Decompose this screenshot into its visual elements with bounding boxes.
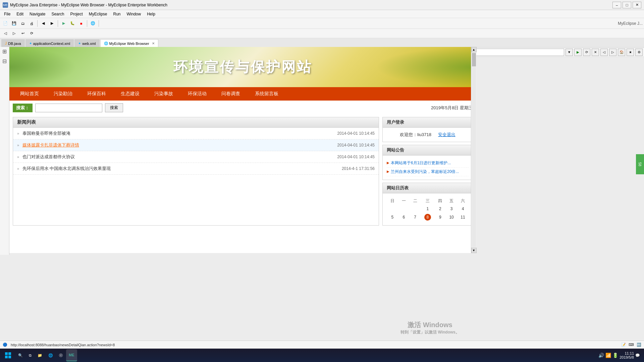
cal-day-empty-1 — [387, 205, 398, 213]
news-title-3[interactable]: 也门对派达成首都停火协议 — [22, 154, 75, 159]
user-login-panel: 用户登录 欢迎您：liu3718 安全退出 — [382, 117, 473, 142]
taskbar-edge[interactable]: 🌐 — [46, 349, 56, 361]
nav-ecology[interactable]: 生态建设 — [113, 87, 147, 101]
print-button[interactable]: 🖨 — [28, 19, 36, 27]
search-button[interactable]: 搜索 — [105, 103, 123, 112]
news-title-4[interactable]: 先环保后用水 中国南水北调东线治污效果显现 — [22, 166, 111, 171]
nav-activity[interactable]: 环保活动 — [180, 87, 214, 101]
browser-home[interactable]: 🏠 — [618, 49, 625, 56]
tab-web-xml[interactable]: ✦ web.xml — [74, 39, 99, 47]
scroll-thumb[interactable] — [472, 53, 476, 66]
new-button[interactable]: 📄 — [1, 19, 9, 27]
cal-day-5[interactable]: 5 — [387, 213, 398, 222]
status-indicator-2: ⌨ — [629, 343, 634, 347]
notification-icon[interactable]: 💬 — [635, 353, 640, 358]
logout-link[interactable]: 安全退出 — [438, 132, 455, 138]
browser-forward[interactable]: ▷ — [609, 49, 616, 56]
cal-day-11[interactable]: 11 — [457, 213, 469, 222]
menu-myeclipse[interactable]: MyEclipse — [86, 11, 110, 17]
menu-search[interactable]: Search — [49, 11, 67, 17]
run-button[interactable]: ▶ — [60, 19, 68, 27]
taskbar-search[interactable]: 🔍 — [15, 349, 25, 361]
cal-day-7[interactable]: 7 — [410, 213, 421, 222]
news-title-2[interactable]: 媒体披露卡扎菲遗体下葬详情 — [22, 142, 79, 147]
ann-link-2[interactable]: 兰州自来水受到污染，苯超标近20倍... — [391, 169, 459, 175]
tab-db-label: DB.java — [8, 42, 21, 46]
stop-button[interactable]: ■ — [77, 19, 85, 27]
cal-day-9[interactable]: 9 — [434, 213, 446, 222]
stop-load-button[interactable]: ✕ — [592, 49, 599, 56]
menu-edit[interactable]: Edit — [14, 11, 26, 17]
browser-back[interactable]: ◁ — [600, 49, 608, 56]
menu-project[interactable]: Project — [67, 11, 85, 17]
nav-pollution[interactable]: 污染勘治 — [46, 87, 80, 101]
news-date-1: 2014-04-01 10:14:45 — [337, 131, 375, 136]
cal-day-1[interactable]: 1 — [421, 205, 435, 213]
menu-navigate[interactable]: Navigate — [27, 11, 48, 17]
left-panel-icon-2[interactable]: ⊟ — [2, 58, 7, 64]
calendar-header-row: 日 一 二 三 四 五 六 — [387, 197, 469, 205]
menu-file[interactable]: File — [1, 11, 13, 17]
tab-db-java[interactable]: J DB.java — [1, 39, 25, 47]
news-item-2-left: » 媒体披露卡扎菲遗体下葬详情 — [17, 142, 79, 148]
scroll-down-btn[interactable]: ▼ — [471, 248, 477, 253]
news-title-1[interactable]: 泰国称曼谷即将全部被淹 — [22, 131, 70, 136]
cal-day-4[interactable]: 4 — [457, 205, 469, 213]
taskbar-myeclipse[interactable]: ME — [66, 349, 77, 361]
back-button[interactable]: ◀ — [39, 19, 47, 27]
address-dropdown[interactable]: ▼ — [566, 49, 573, 56]
close-button[interactable]: ✕ — [633, 2, 641, 8]
cal-day-10[interactable]: 10 — [446, 213, 457, 222]
svg-rect-1 — [8, 352, 11, 355]
go-button[interactable]: ▶ — [574, 49, 582, 56]
browser-bookmark[interactable]: ★ — [627, 49, 634, 56]
menu-window[interactable]: Window — [124, 11, 144, 17]
menu-help[interactable]: Help — [144, 11, 158, 17]
nav-encyclopedia[interactable]: 环保百科 — [80, 87, 113, 101]
browser-settings[interactable]: ⚙ — [635, 49, 643, 56]
tab-close-browser[interactable]: ✕ — [152, 42, 155, 45]
save-all-button[interactable]: 🗂 — [19, 19, 27, 27]
nav-incident[interactable]: 污染事故 — [147, 87, 180, 101]
cal-day-2[interactable]: 2 — [434, 205, 446, 213]
toolbar2-btn3[interactable]: ↩ — [19, 29, 27, 38]
save-button[interactable]: 💾 — [10, 19, 18, 27]
left-panel-icon-1[interactable]: ⊞ — [2, 48, 7, 55]
cal-header-fri: 五 — [446, 197, 457, 205]
title-bar: ME MyEclipse Java Enterprise - MyEclipse… — [0, 0, 644, 10]
nav-guestbook[interactable]: 系统留言板 — [248, 87, 286, 101]
user-panel-title: 用户登录 — [383, 117, 473, 128]
cal-day-8-today[interactable]: 8 — [421, 213, 435, 222]
nav-home[interactable]: 网站首页 — [13, 87, 46, 101]
forward-button[interactable]: ▶ — [48, 19, 56, 27]
nav-survey[interactable]: 问卷调查 — [214, 87, 248, 101]
open-browser[interactable]: 🌐 — [89, 19, 97, 27]
taskbar-explorer[interactable]: 📁 — [35, 349, 45, 361]
taskbar-task-view[interactable]: ⧉ — [26, 349, 34, 361]
ann-link-1[interactable]: 本网站将于6月1日进行更新维护... — [391, 160, 451, 166]
scroll-up-btn[interactable]: ▲ — [471, 47, 477, 52]
taskbar-time-display[interactable]: 11:11 2019/5/8 — [620, 351, 634, 359]
cal-header-sun: 日 — [387, 197, 398, 205]
side-tab[interactable]: 58 — [636, 154, 644, 174]
ie-icon: ⓔ — [59, 353, 63, 358]
refresh-button[interactable]: ⟳ — [583, 49, 590, 56]
toolbar2-btn1[interactable]: ◁ — [1, 29, 9, 38]
tab-application-context[interactable]: ✦ applicationContext.xml — [25, 39, 74, 47]
cal-day-6[interactable]: 6 — [398, 213, 410, 222]
search-input[interactable] — [35, 104, 102, 112]
menu-run[interactable]: Run — [110, 11, 123, 17]
cal-day-3[interactable]: 3 — [446, 205, 457, 213]
tab-web-browser[interactable]: 🌐 MyEclipse Web Browser ✕ — [100, 39, 158, 47]
maximize-button[interactable]: □ — [623, 2, 631, 8]
banner-left-decoration — [9, 47, 76, 87]
news-bullet-2: » — [17, 143, 19, 147]
toolbar2-btn4[interactable]: ⟳ — [28, 29, 36, 38]
debug-button[interactable]: 🐛 — [68, 19, 76, 27]
minimize-button[interactable]: – — [612, 2, 621, 8]
start-button[interactable] — [1, 349, 15, 361]
scroll-track[interactable] — [472, 53, 476, 247]
toolbar2-btn2[interactable]: ▷ — [10, 29, 18, 38]
taskbar-ie[interactable]: ⓔ — [56, 349, 65, 361]
announcement-2: ▶ 兰州自来水受到污染，苯超标近20倍... — [387, 168, 469, 176]
